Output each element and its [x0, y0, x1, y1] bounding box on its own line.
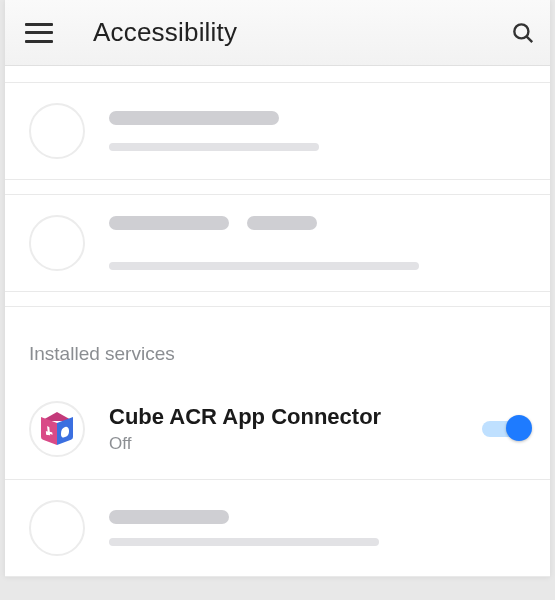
menu-icon[interactable] [25, 23, 53, 43]
item-icon-placeholder [29, 215, 85, 271]
service-name: Cube ACR App Connector [109, 404, 482, 430]
accessibility-settings-screen: Accessibility [5, 0, 550, 577]
list-item[interactable] [5, 480, 550, 577]
settings-list: Installed services Cube ACR App Connecto… [5, 82, 550, 577]
item-icon-placeholder [29, 500, 85, 556]
page-title: Accessibility [93, 17, 237, 48]
service-toggle[interactable] [482, 415, 532, 443]
item-text-placeholder [109, 111, 526, 151]
section-header-installed: Installed services [5, 306, 550, 379]
svg-point-0 [514, 24, 528, 38]
item-icon-placeholder [29, 103, 85, 159]
list-item[interactable] [5, 194, 550, 292]
spacer [5, 66, 550, 82]
service-item-cube-acr[interactable]: Cube ACR App Connector Off [5, 379, 550, 479]
item-text-placeholder [109, 510, 526, 546]
search-icon[interactable] [510, 20, 536, 46]
item-text-placeholder [109, 216, 526, 270]
service-status: Off [109, 434, 482, 454]
cube-acr-icon [29, 401, 85, 457]
list-item[interactable] [5, 82, 550, 180]
svg-line-1 [526, 36, 532, 42]
app-bar: Accessibility [5, 0, 550, 66]
